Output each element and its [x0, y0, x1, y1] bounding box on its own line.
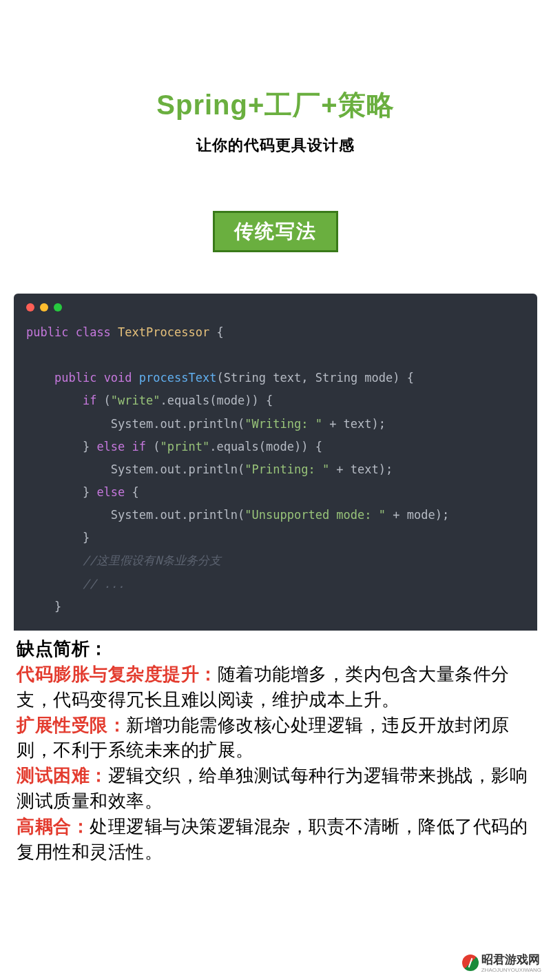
section-badge: 传统写法 [213, 211, 338, 252]
code-block: public class TextProcessor { public void… [26, 321, 525, 618]
point-4-title: 高耦合： [17, 816, 90, 837]
watermark-pinyin: ZHAOJUNYOUXIWANG [481, 968, 541, 973]
watermark-name: 昭君游戏网 [481, 952, 541, 968]
analysis-header: 缺点简析： [17, 638, 108, 659]
analysis-block: 缺点简析： 代码膨胀与复杂度提升：随着功能增多，类内包含大量条件分支，代码变得冗… [17, 636, 534, 865]
close-icon [26, 303, 34, 312]
watermark: 昭君游戏网 ZHAOJUNYOUXIWANG [462, 952, 541, 973]
point-3-title: 测试困难： [17, 765, 108, 786]
watermark-logo-icon [462, 955, 479, 971]
point-1-title: 代码膨胀与复杂度提升： [17, 664, 218, 684]
page-title: Spring+工厂+策略 [0, 86, 551, 124]
minimize-icon [40, 303, 48, 312]
code-editor: public class TextProcessor { public void… [14, 294, 537, 631]
page-subtitle: 让你的代码更具设计感 [0, 135, 551, 156]
point-4-text: 处理逻辑与决策逻辑混杂，职责不清晰，降低了代码的复用性和灵活性。 [17, 816, 528, 862]
maximize-icon [54, 303, 62, 312]
window-controls [26, 303, 525, 312]
point-2-title: 扩展性受限： [17, 715, 126, 735]
